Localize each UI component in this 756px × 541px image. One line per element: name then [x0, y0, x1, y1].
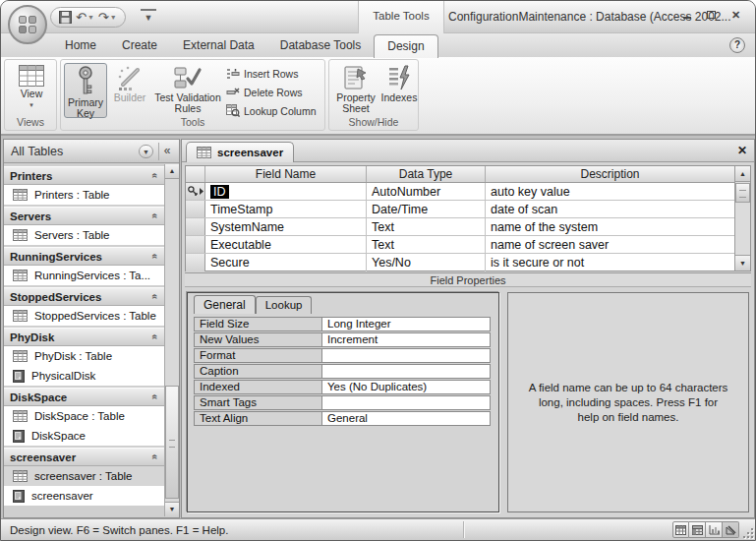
- field-row-systemname[interactable]: SystemName Text name of the system: [186, 218, 734, 236]
- nav-group-header[interactable]: StoppedServices«: [4, 287, 164, 306]
- data-type-cell[interactable]: Text: [367, 236, 486, 253]
- resize-grip[interactable]: [741, 526, 753, 538]
- insert-rows-button[interactable]: Insert Rows: [226, 64, 317, 83]
- scroll-down-icon[interactable]: ▼: [165, 502, 179, 516]
- row-selector[interactable]: [186, 218, 205, 235]
- field-name-cell[interactable]: Secure: [205, 254, 367, 271]
- indexes-button[interactable]: Indexes: [380, 63, 418, 103]
- nav-item-screensaver-table[interactable]: screensaver : Table: [4, 466, 164, 486]
- scroll-down-icon[interactable]: ▼: [735, 255, 750, 270]
- close-button[interactable]: ✕: [727, 8, 745, 22]
- tab-create[interactable]: Create: [109, 33, 170, 57]
- qat-customize-button[interactable]: ▼: [141, 9, 156, 26]
- nav-item-phydisk-table[interactable]: PhyDisk : Table: [4, 346, 164, 366]
- tab-home[interactable]: Home: [52, 33, 109, 57]
- scroll-up-icon[interactable]: ▲: [165, 164, 179, 179]
- builder-button[interactable]: Builder: [109, 63, 150, 103]
- data-type-cell[interactable]: Date/Time: [367, 201, 486, 217]
- delete-rows-button[interactable]: Delete Rows: [226, 83, 317, 101]
- row-selector[interactable]: [186, 201, 205, 217]
- nav-group-header[interactable]: DiskSpace«: [4, 388, 164, 406]
- design-view-button[interactable]: [723, 521, 739, 538]
- property-row-caption[interactable]: Caption: [194, 364, 491, 379]
- pivottable-view-button[interactable]: [689, 521, 706, 538]
- data-type-cell[interactable]: Text: [367, 218, 486, 235]
- nav-item-servers-table[interactable]: Servers : Table: [4, 225, 164, 245]
- nav-item-diskspace-table[interactable]: DiskSpace : Table: [4, 406, 164, 426]
- field-row-id[interactable]: ID AutoNumber auto key value: [186, 183, 734, 201]
- nav-item-runningservices-table[interactable]: RunningServices : Ta...: [4, 266, 164, 285]
- row-selector[interactable]: [186, 236, 205, 253]
- nav-item-screensaver-report[interactable]: screensaver: [4, 486, 164, 506]
- office-button[interactable]: [8, 5, 47, 44]
- description-cell[interactable]: date of scan: [486, 201, 734, 217]
- field-name-cell[interactable]: SystemName: [205, 218, 367, 235]
- tab-general[interactable]: General: [194, 295, 256, 314]
- nav-item-stoppedservices-table[interactable]: StoppedServices : Table: [4, 306, 164, 326]
- property-row-text-align[interactable]: Text Align General: [194, 411, 491, 426]
- datasheet-view-button[interactable]: [672, 521, 689, 538]
- scroll-up-icon[interactable]: ▲: [735, 166, 750, 182]
- nav-group-header[interactable]: RunningServices«: [4, 247, 164, 266]
- nav-group-header[interactable]: Printers«: [4, 166, 164, 185]
- grid-scrollbar[interactable]: ▲ ▼: [734, 166, 750, 270]
- help-button[interactable]: ?: [729, 37, 745, 53]
- pivotchart-view-button[interactable]: [706, 521, 723, 538]
- nav-shutter-icon[interactable]: «: [158, 143, 175, 160]
- nav-group-header[interactable]: Servers«: [4, 207, 164, 225]
- redo-button[interactable]: ↷▼: [98, 10, 117, 25]
- property-value[interactable]: Yes (No Duplicates): [321, 380, 491, 394]
- property-row-new-values[interactable]: New Values Increment: [194, 332, 491, 347]
- property-row-field-size[interactable]: Field Size Long Integer: [194, 317, 491, 331]
- field-row-secure[interactable]: Secure Yes/No is it secure or not: [186, 254, 734, 271]
- scrollbar-thumb[interactable]: [165, 386, 179, 499]
- nav-item-printers-table[interactable]: Printers : Table: [4, 185, 164, 205]
- field-row-timestamp[interactable]: TimeStamp Date/Time date of scan: [186, 201, 734, 218]
- field-name-cell[interactable]: TimeStamp: [205, 201, 367, 217]
- nav-item-physicaldisk-report[interactable]: PhysicalDisk: [4, 366, 164, 386]
- property-value[interactable]: [321, 395, 491, 410]
- sidebar-scrollbar[interactable]: ▲ ▼: [164, 164, 179, 516]
- document-tab-screensaver[interactable]: screensaver: [186, 142, 294, 162]
- column-header-description[interactable]: Description: [486, 166, 734, 182]
- tab-lookup[interactable]: Lookup: [256, 296, 313, 314]
- property-value[interactable]: [321, 348, 491, 363]
- nav-item-diskspace-report[interactable]: DiskSpace: [4, 426, 164, 446]
- maximize-button[interactable]: [702, 8, 721, 22]
- description-cell[interactable]: name of screen saver: [486, 236, 734, 253]
- data-type-cell[interactable]: AutoNumber: [367, 183, 486, 200]
- nav-menu-dropdown-icon[interactable]: ▼: [139, 145, 153, 158]
- scrollbar-thumb[interactable]: [735, 183, 750, 203]
- undo-button[interactable]: ↶▼: [76, 10, 94, 25]
- field-row-executable[interactable]: Executable Text name of screen saver: [186, 236, 734, 254]
- field-name-cell[interactable]: ID: [205, 183, 367, 200]
- nav-group-header[interactable]: screensaver«: [4, 448, 164, 466]
- property-sheet-button[interactable]: Property Sheet: [332, 63, 379, 114]
- description-cell[interactable]: auto key value: [486, 183, 734, 200]
- view-button[interactable]: View ▼: [12, 63, 51, 111]
- description-cell[interactable]: name of the system: [486, 218, 734, 235]
- save-button[interactable]: [59, 11, 72, 24]
- property-row-smart-tags[interactable]: Smart Tags: [194, 395, 491, 410]
- property-value[interactable]: [321, 364, 491, 379]
- property-row-format[interactable]: Format: [194, 348, 491, 363]
- field-name-cell[interactable]: Executable: [205, 236, 367, 253]
- nav-group-header[interactable]: PhyDisk«: [4, 328, 164, 346]
- column-header-field-name[interactable]: Field Name: [205, 166, 367, 182]
- test-validation-rules-button[interactable]: Test Validation Rules: [151, 63, 224, 114]
- property-value[interactable]: Long Integer: [321, 317, 491, 331]
- row-selector[interactable]: [186, 183, 205, 200]
- property-row-indexed[interactable]: Indexed Yes (No Duplicates): [194, 380, 491, 394]
- data-type-cell[interactable]: Yes/No: [367, 254, 486, 271]
- description-cell[interactable]: is it secure or not: [486, 254, 734, 271]
- tab-database-tools[interactable]: Database Tools: [267, 33, 375, 57]
- row-selector[interactable]: [186, 254, 205, 271]
- tab-external-data[interactable]: External Data: [170, 33, 267, 57]
- navigation-pane-header[interactable]: All Tables ▼ «: [4, 140, 179, 163]
- primary-key-button[interactable]: Primary Key: [64, 63, 107, 118]
- property-value[interactable]: Increment: [321, 332, 491, 347]
- tab-design[interactable]: Design: [374, 34, 437, 58]
- document-close-icon[interactable]: ✕: [737, 144, 747, 157]
- column-header-data-type[interactable]: Data Type: [367, 166, 486, 182]
- property-value[interactable]: General: [321, 411, 491, 426]
